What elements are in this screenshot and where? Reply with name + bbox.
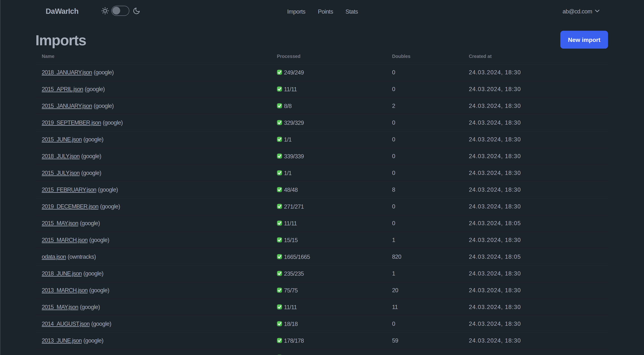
import-source: (google)	[100, 203, 120, 210]
navbar: DaWarIch Imports Points	[0, 0, 644, 21]
column-header-name: Name	[42, 47, 54, 64]
import-file-link[interactable]: 2019_SEPTEMBER.json	[42, 119, 101, 126]
processed-cell: 249/249	[277, 64, 304, 80]
table-row: 2015_FEBRUARY.json(google) 48/48 8 24.03…	[36, 181, 608, 198]
import-file-link[interactable]: 2015_MAY.json	[42, 304, 78, 310]
name-cell: 2015_MAY.json(google)	[42, 299, 100, 315]
name-cell: 2018_JUNE.json(google)	[42, 265, 104, 282]
chevron-down-icon	[595, 10, 600, 12]
name-cell: 2018_JULY.json(google)	[42, 148, 101, 164]
processed-cell: 178/178	[277, 332, 304, 349]
import-file-link[interactable]: 2015_MARCH.json	[42, 237, 88, 243]
check-emoji	[277, 271, 282, 276]
table-row: 2018_JANUARY.json(google) 249/249 0 24.0…	[36, 64, 608, 80]
import-source: (google)	[81, 170, 101, 176]
doubles-cell: 0	[392, 114, 395, 131]
import-file-link[interactable]: 2015_FEBRUARY.json	[42, 186, 96, 193]
table-row: 2015_MAY.json(google) 11/11 11 24.03.202…	[36, 298, 608, 315]
name-cell: 2014_AUGUST.json(google)	[42, 316, 111, 332]
processed-count: 75/75	[284, 282, 298, 299]
table-row: 2015_JUNE.json(google) 1/1 0 24.03.2024,…	[36, 131, 608, 147]
processed-cell: 271/271	[277, 198, 304, 215]
import-file-link[interactable]: 2015_JUNE.json	[42, 136, 82, 143]
processed-cell: 11/11	[277, 215, 297, 231]
check-emoji	[277, 288, 282, 293]
processed-count: 11/11	[284, 81, 297, 98]
doubles-cell: 8	[392, 181, 395, 198]
table-row: 2015_MARCH.json(google) 15/15 1 24.03.20…	[36, 231, 608, 248]
new-import-button[interactable]: New import	[560, 31, 608, 49]
created-at-cell: 24.03.2024, 18:30	[469, 299, 521, 315]
name-cell: 2015_JANUARY.json(google)	[42, 98, 114, 114]
table-row: odata.json(owntracks) 1665/1665 820 24.0…	[36, 248, 608, 265]
app-logo[interactable]: DaWarIch	[46, 7, 78, 15]
processed-count: 249/249	[284, 64, 304, 81]
table-row: 2019_SEPTEMBER.json(google) 329/329 0 24…	[36, 114, 608, 131]
import-file-link[interactable]: 2015_MAY.json	[42, 220, 78, 227]
check-emoji	[277, 237, 282, 243]
doubles-cell: 59	[392, 332, 398, 349]
import-source: (google)	[81, 153, 101, 159]
doubles-cell: 0	[392, 316, 395, 332]
processed-count: 11/11	[284, 215, 297, 232]
name-cell: 2015_MARCH.json(google)	[42, 232, 109, 248]
processed-count: 1/1	[284, 131, 292, 148]
import-file-link[interactable]: 2014_AUGUST.json	[42, 321, 90, 327]
created-at-cell: 24.03.2024, 18:30	[469, 198, 521, 215]
import-file-link[interactable]: 2018_JANUARY.json	[42, 69, 92, 76]
created-at-cell: 24.03.2024, 18:30	[469, 316, 521, 332]
import-file-link[interactable]: odata.json	[42, 254, 66, 260]
table-row: 2013_MARCH.json(google) 75/75 20 24.03.2…	[36, 282, 608, 298]
processed-cell: 339/339	[277, 148, 304, 164]
created-at-cell: 24.03.2024, 18:30	[469, 181, 521, 198]
check-emoji	[277, 153, 282, 159]
doubles-cell: 0	[392, 81, 395, 97]
import-file-link[interactable]: 2013_MARCH.json	[42, 287, 88, 294]
import-file-link[interactable]: 2013_JUNE.json	[42, 337, 82, 344]
created-at-cell: 24.03.2024, 18:30	[469, 114, 521, 131]
import-file-link[interactable]: 2018_JULY.json	[42, 153, 80, 159]
import-source: (owntracks)	[68, 254, 96, 260]
created-at-cell: 24.03.2024, 18:30	[469, 265, 521, 282]
import-file-link[interactable]: 2015_APRIL.json	[42, 86, 83, 92]
moon-icon	[133, 7, 140, 15]
page-title: Imports	[36, 32, 86, 48]
import-file-link[interactable]: 2018_JUNE.json	[42, 270, 82, 277]
import-file-link[interactable]: 2019_DECEMBER.json	[42, 203, 98, 210]
import-source: (google)	[89, 237, 109, 243]
import-source: (google)	[83, 136, 103, 143]
processed-count: 271/271	[284, 198, 304, 215]
table-row: 2015_MAY.json(google) 11/11 0 24.03.2024…	[36, 215, 608, 231]
created-at-cell: 24.03.2024, 18:30	[469, 64, 521, 80]
import-file-link[interactable]: 2015_JANUARY.json	[42, 103, 92, 109]
doubles-cell: 20	[392, 282, 398, 298]
processed-cell: 8/8	[277, 98, 292, 114]
processed-cell: 18/18	[277, 316, 298, 332]
import-source: (google)	[91, 321, 111, 327]
import-source: (google)	[85, 86, 105, 92]
theme-switch-knob	[112, 7, 120, 14]
name-cell: 2013_JUNE.json(google)	[42, 332, 104, 349]
name-cell: 2018_JANUARY.json(google)	[42, 64, 114, 80]
account-menu[interactable]: ab@cd.com	[562, 8, 592, 15]
import-source: (google)	[80, 304, 100, 310]
theme-switch[interactable]	[112, 6, 129, 16]
nav-item-stats[interactable]: Stats	[346, 9, 358, 14]
check-emoji	[277, 321, 282, 326]
check-emoji	[277, 86, 282, 92]
created-at-cell: 24.03.2024, 18:30	[469, 98, 521, 114]
import-file-link[interactable]: 2015_JULY.json	[42, 170, 80, 176]
name-cell: 2015_APRIL.json(google)	[42, 81, 105, 97]
name-cell: 2019_DECEMBER.json(google)	[42, 198, 120, 215]
account-email: ab@cd.com	[562, 8, 592, 15]
check-emoji	[277, 304, 282, 310]
name-cell: 2015_MAY.json(google)	[42, 215, 100, 231]
import-source: (google)	[83, 270, 103, 277]
table-row: 2015_JANUARY.json(google) 8/8 2 24.03.20…	[36, 97, 608, 114]
doubles-cell: 0	[392, 165, 395, 181]
check-emoji	[277, 254, 282, 259]
nav-item-points[interactable]: Points	[318, 9, 333, 14]
theme-toggle-group	[100, 6, 110, 15]
nav-item-imports[interactable]: Imports	[287, 9, 306, 14]
doubles-cell: 0	[392, 215, 395, 231]
